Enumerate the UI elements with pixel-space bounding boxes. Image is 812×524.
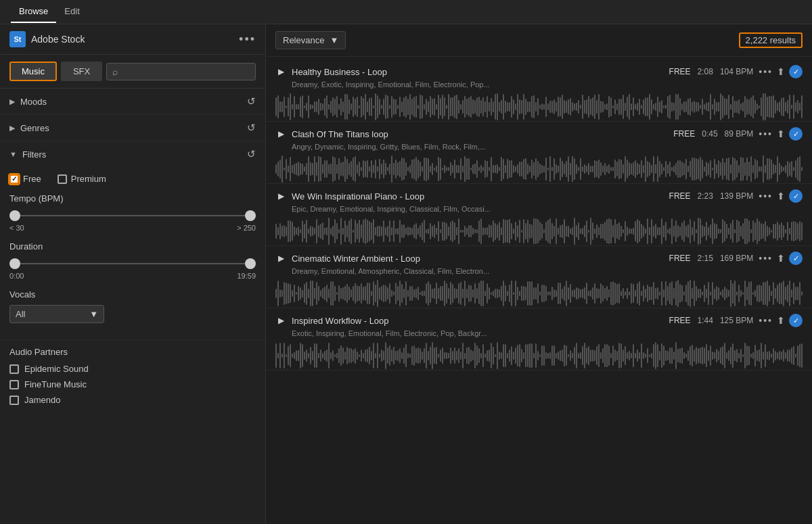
track-more-icon[interactable]: ••• bbox=[759, 253, 773, 264]
waveform-bar bbox=[720, 162, 721, 176]
track-upload-icon[interactable]: ⬆ bbox=[777, 253, 785, 264]
duration-thumb-right[interactable] bbox=[245, 258, 256, 269]
waveform-bar bbox=[761, 223, 762, 239]
waveform-bar bbox=[763, 282, 764, 306]
filters-reset-icon[interactable]: ↺ bbox=[247, 148, 256, 160]
waveform-bar bbox=[687, 281, 689, 306]
epidemic-checkbox[interactable] bbox=[9, 364, 19, 374]
waveform-bar bbox=[541, 103, 543, 111]
more-options-icon[interactable]: ••• bbox=[239, 32, 256, 47]
waveform-bar bbox=[765, 93, 766, 120]
music-tab-button[interactable]: Music bbox=[9, 62, 57, 81]
waveform-bar bbox=[718, 229, 719, 235]
track-item[interactable]: ▶ Inspired Workflow - Loop FREE 1:44 125… bbox=[266, 308, 812, 371]
waveform-bar bbox=[740, 226, 742, 237]
search-input[interactable] bbox=[122, 66, 250, 76]
play-button[interactable]: ▶ bbox=[275, 315, 286, 326]
tab-edit[interactable]: Edit bbox=[56, 1, 87, 23]
waveform-bar bbox=[521, 349, 522, 362]
waveform-bar bbox=[600, 162, 602, 176]
waveform-bar bbox=[702, 225, 703, 238]
moods-row[interactable]: ▶ Moods ↺ bbox=[0, 89, 265, 114]
waveform-bar bbox=[472, 164, 474, 174]
tempo-slider[interactable] bbox=[9, 209, 256, 222]
waveform-bar bbox=[730, 104, 731, 110]
waveform-bar bbox=[458, 348, 459, 363]
waveform-bar bbox=[361, 283, 362, 304]
waveform-bar bbox=[690, 219, 691, 243]
duration-slider[interactable] bbox=[9, 257, 256, 270]
track-item[interactable]: ▶ We Win Inspirational Piano - Loop FREE… bbox=[266, 184, 812, 246]
waveform-bar bbox=[750, 281, 752, 305]
waveform-bar bbox=[464, 353, 466, 359]
genres-row[interactable]: ▶ Genres ↺ bbox=[0, 115, 265, 141]
tempo-thumb-right[interactable] bbox=[245, 210, 256, 221]
track-upload-icon[interactable]: ⬆ bbox=[777, 191, 785, 201]
vocals-label: Vocals bbox=[9, 289, 256, 300]
finetune-checkbox[interactable] bbox=[9, 380, 19, 389]
duration-thumb-left[interactable] bbox=[9, 258, 20, 269]
sort-dropdown[interactable]: Relevance ▼ bbox=[275, 31, 346, 49]
waveform-bar bbox=[734, 350, 736, 362]
waveform-bar bbox=[326, 227, 328, 235]
waveform-bar bbox=[746, 99, 748, 114]
waveform-bar bbox=[669, 162, 671, 176]
genres-reset-icon[interactable]: ↺ bbox=[247, 122, 256, 134]
sfx-tab-button[interactable]: SFX bbox=[61, 62, 102, 81]
free-checkbox-item[interactable]: Free bbox=[9, 174, 41, 184]
track-more-icon[interactable]: ••• bbox=[759, 66, 773, 77]
waveform-bar bbox=[706, 222, 707, 241]
track-upload-icon[interactable]: ⬆ bbox=[777, 315, 785, 326]
waveform-bar bbox=[359, 162, 360, 176]
waveform-bar bbox=[554, 226, 555, 237]
play-button[interactable]: ▶ bbox=[275, 253, 286, 264]
waveform-bar bbox=[505, 101, 506, 114]
play-button[interactable]: ▶ bbox=[275, 191, 286, 201]
track-bpm: 89 BPM bbox=[725, 129, 754, 139]
partner-row-epidemic[interactable]: Epidemic Sound bbox=[9, 364, 256, 374]
waveform-bar bbox=[726, 224, 727, 239]
track-item[interactable]: ▶ Clash Of The Titans loop FREE 0:45 89 … bbox=[266, 122, 812, 184]
premium-checkbox-item[interactable]: Premium bbox=[58, 174, 106, 184]
waveform-bar bbox=[505, 285, 506, 302]
track-tags: Dreamy, Exotic, Inspiring, Emotional, Fi… bbox=[292, 80, 803, 89]
jamendo-checkbox[interactable] bbox=[9, 396, 19, 405]
waveform-bar bbox=[562, 161, 563, 177]
waveform-bar bbox=[365, 161, 366, 178]
waveform-bar bbox=[704, 166, 705, 172]
waveform-bar bbox=[422, 95, 423, 118]
waveform-bar bbox=[478, 220, 480, 242]
track-upload-icon[interactable]: ⬆ bbox=[777, 128, 785, 139]
tab-browse[interactable]: Browse bbox=[11, 1, 56, 23]
track-item[interactable]: ▶ Cinematic Winter Ambient - Loop FREE 2… bbox=[266, 246, 812, 308]
free-checkbox[interactable] bbox=[9, 174, 19, 184]
partner-row-jamendo[interactable]: Jamendo bbox=[9, 395, 256, 405]
waveform-bar bbox=[509, 350, 510, 362]
waveform-bar bbox=[478, 348, 480, 363]
waveform-bar bbox=[365, 286, 366, 301]
premium-checkbox[interactable] bbox=[58, 174, 67, 184]
filters-row[interactable]: ▼ Filters ↺ bbox=[0, 141, 265, 167]
waveform-bar bbox=[322, 288, 323, 298]
vocals-select[interactable]: All ▼ bbox=[9, 305, 104, 323]
waveform-bar bbox=[389, 346, 390, 366]
partner-row-finetune[interactable]: FineTune Music bbox=[9, 379, 256, 389]
waveform-bar bbox=[456, 289, 457, 298]
waveform-bar bbox=[290, 93, 291, 120]
track-item[interactable]: ▶ Healthy Business - Loop FREE 2:08 104 … bbox=[266, 59, 812, 122]
play-button[interactable]: ▶ bbox=[275, 66, 286, 77]
waveform-bar bbox=[633, 162, 634, 176]
tempo-thumb-left[interactable] bbox=[9, 210, 20, 221]
waveform-bar bbox=[702, 99, 703, 114]
play-button[interactable]: ▶ bbox=[275, 128, 286, 139]
track-more-icon[interactable]: ••• bbox=[759, 191, 773, 201]
moods-reset-icon[interactable]: ↺ bbox=[247, 95, 256, 108]
track-upload-icon[interactable]: ⬆ bbox=[777, 66, 785, 77]
waveform-bar bbox=[521, 286, 522, 301]
track-more-icon[interactable]: ••• bbox=[759, 315, 773, 326]
track-more-icon[interactable]: ••• bbox=[759, 128, 773, 139]
waveform-bar bbox=[657, 156, 658, 181]
waveform-bar bbox=[757, 350, 758, 360]
waveform-bar bbox=[665, 350, 667, 361]
waveform-bar bbox=[503, 344, 504, 367]
